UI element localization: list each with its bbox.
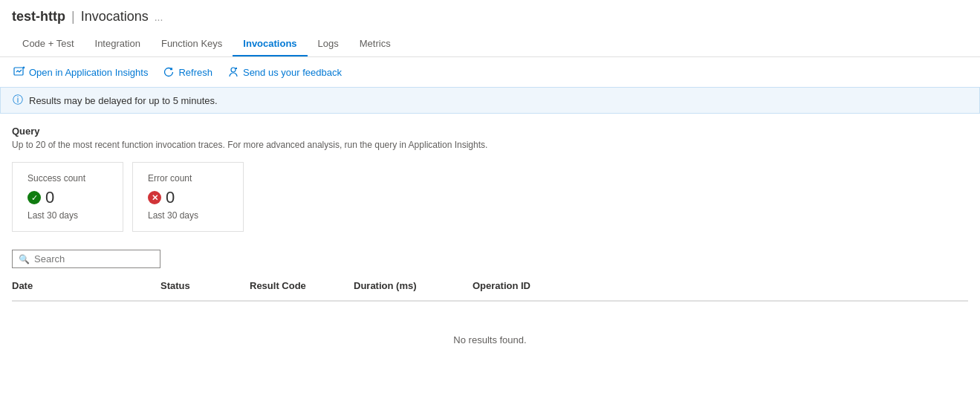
error-count-label: Error count xyxy=(148,173,228,184)
page-header: test-http | Invocations ... xyxy=(12,9,968,25)
tab-logs[interactable]: Logs xyxy=(308,32,349,56)
success-count-number: 0 xyxy=(45,188,54,207)
open-insights-button[interactable]: Open in Application Insights xyxy=(12,63,149,81)
success-count-card: Success count ✓ 0 Last 30 days xyxy=(12,162,123,232)
feedback-button[interactable]: Send us your feedback xyxy=(226,63,343,81)
success-count-period: Last 30 days xyxy=(27,210,108,221)
invocations-table: Date Status Result Code Duration (ms) Op… xyxy=(12,277,968,375)
feedback-icon xyxy=(227,66,239,78)
more-options-ellipsis[interactable]: ... xyxy=(155,11,163,23)
info-banner: ⓘ Results may be delayed for up to 5 min… xyxy=(0,87,980,114)
tab-invocations[interactable]: Invocations xyxy=(233,32,307,56)
success-count-value: ✓ 0 xyxy=(27,188,108,207)
table-header: Date Status Result Code Duration (ms) Op… xyxy=(12,277,968,302)
resource-name: test-http xyxy=(12,9,65,25)
feedback-label: Send us your feedback xyxy=(243,67,342,78)
banner-text: Results may be delayed for up to 5 minut… xyxy=(29,95,218,106)
search-box[interactable]: 🔍 xyxy=(12,250,160,268)
toolbar: Open in Application Insights Refresh Sen… xyxy=(0,57,980,87)
column-duration: Duration (ms) xyxy=(354,277,473,294)
refresh-button[interactable]: Refresh xyxy=(161,63,214,81)
tab-metrics[interactable]: Metrics xyxy=(349,32,401,56)
info-icon: ⓘ xyxy=(13,94,23,107)
page-name: Invocations xyxy=(81,9,149,25)
query-title: Query xyxy=(12,126,968,137)
query-description: Up to 20 of the most recent function inv… xyxy=(12,140,968,150)
tab-integration[interactable]: Integration xyxy=(85,32,151,56)
column-operation-id: Operation ID xyxy=(473,277,658,294)
error-count-period: Last 30 days xyxy=(148,210,228,221)
refresh-icon xyxy=(163,66,175,78)
open-insights-label: Open in Application Insights xyxy=(29,67,148,78)
search-input[interactable] xyxy=(34,253,154,264)
stats-row: Success count ✓ 0 Last 30 days Error cou… xyxy=(12,162,968,232)
refresh-label: Refresh xyxy=(178,67,212,78)
tab-code-test[interactable]: Code + Test xyxy=(12,32,85,56)
search-icon: 🔍 xyxy=(19,254,30,264)
title-separator: | xyxy=(71,9,75,25)
error-count-number: 0 xyxy=(166,188,175,207)
error-count-card: Error count ✕ 0 Last 30 days xyxy=(132,162,244,232)
tab-function-keys[interactable]: Function Keys xyxy=(151,32,233,56)
nav-tabs: Code + Test Integration Function Keys In… xyxy=(12,32,968,56)
search-container: 🔍 xyxy=(12,250,968,268)
open-insights-icon xyxy=(13,66,25,78)
success-icon: ✓ xyxy=(27,191,41,204)
column-result-code: Result Code xyxy=(250,277,354,294)
column-status: Status xyxy=(160,277,250,294)
svg-point-1 xyxy=(231,68,236,72)
error-count-value: ✕ 0 xyxy=(148,188,228,207)
success-count-label: Success count xyxy=(27,173,108,184)
error-icon: ✕ xyxy=(148,191,161,204)
no-results-message: No results found. xyxy=(12,305,968,375)
query-section: Query Up to 20 of the most recent functi… xyxy=(12,126,968,150)
column-date: Date xyxy=(12,277,160,294)
